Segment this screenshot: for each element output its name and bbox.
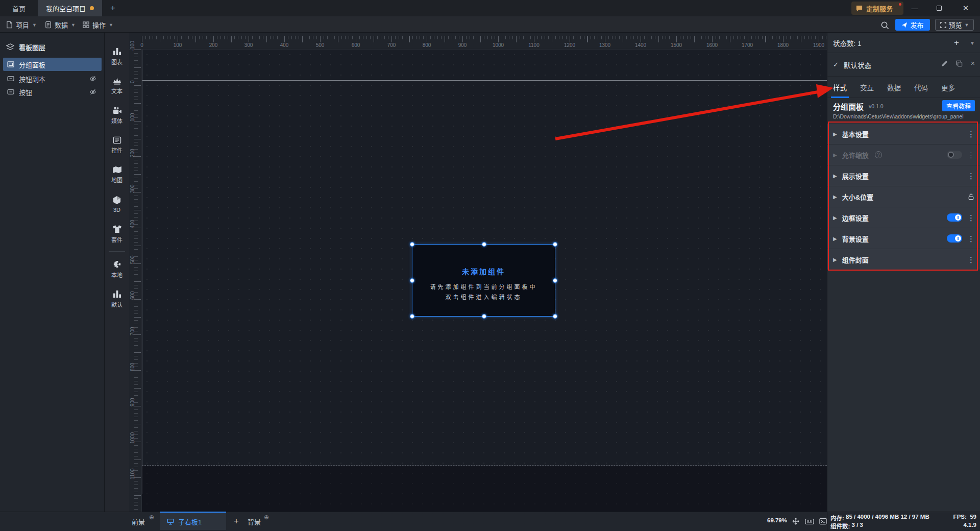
- nav-item-3d[interactable]: 3D: [105, 192, 129, 216]
- menu-project[interactable]: 项目▼: [6, 16, 37, 33]
- ruler-label: 700: [130, 324, 136, 339]
- delete-state-icon[interactable]: ×: [971, 59, 975, 67]
- widget-version: v0.1.0: [869, 103, 884, 109]
- tab-style[interactable]: 样式: [833, 77, 847, 98]
- subboard-tab[interactable]: 子看板1: [160, 512, 226, 530]
- section-widget-cover[interactable]: ▶ 组件封面 ⋮: [827, 249, 980, 270]
- section-border-settings[interactable]: ▶ 边框设置 ⋮: [827, 207, 980, 228]
- resize-handle-se[interactable]: [553, 314, 557, 319]
- caret-right-icon: ▶: [833, 173, 837, 179]
- terminal-icon[interactable]: [818, 516, 828, 526]
- kebab-menu-icon[interactable]: ⋮: [967, 235, 975, 243]
- close-button[interactable]: ✕: [955, 0, 976, 16]
- preview-button[interactable]: 预览 ▼: [935, 19, 974, 31]
- nav-item-charts[interactable]: 图表: [105, 44, 129, 68]
- help-icon[interactable]: ?: [875, 151, 882, 158]
- caret-right-icon: ▶: [833, 152, 837, 158]
- map-icon: [112, 166, 122, 174]
- section-background-settings[interactable]: ▶ 背景设置 ⋮: [827, 228, 980, 249]
- menu-actions[interactable]: 操作▼: [83, 16, 113, 33]
- menu-project-label: 项目: [16, 20, 29, 30]
- custom-service-badge[interactable]: 定制服务: [851, 2, 903, 15]
- tab-interaction[interactable]: 交互: [860, 77, 874, 98]
- add-board-button[interactable]: +: [230, 515, 242, 527]
- resize-handle-e[interactable]: [553, 278, 557, 283]
- resize-handle-nw[interactable]: [410, 242, 414, 247]
- nav-label: 文本: [111, 87, 122, 95]
- foreground-label[interactable]: 前景: [132, 517, 145, 526]
- nav-item-controls[interactable]: 控件: [105, 133, 129, 157]
- canvas-viewport[interactable]: 0 100 200 300 400 500 600 700 800 900 10…: [129, 33, 827, 512]
- ruler-label: 600: [349, 42, 363, 48]
- section-title: 背景设置: [842, 234, 869, 244]
- section-allow-zoom[interactable]: ▶ 允许缩放 ? ⋮: [827, 144, 980, 165]
- ruler-label: 1700: [740, 42, 754, 48]
- background-label[interactable]: 背景: [248, 517, 261, 526]
- view-tutorial-button[interactable]: 查看教程: [942, 100, 975, 111]
- allow-zoom-toggle[interactable]: [947, 151, 962, 159]
- resize-handle-n[interactable]: [482, 242, 486, 247]
- board-icon: [167, 518, 174, 525]
- keyboard-icon[interactable]: [804, 516, 815, 526]
- fit-screen-icon[interactable]: [791, 516, 801, 526]
- nav-item-media[interactable]: 媒体: [105, 103, 129, 128]
- resize-handle-ne[interactable]: [553, 242, 557, 247]
- button-widget-icon: [7, 89, 14, 95]
- widget-name: 分组面板: [833, 101, 864, 112]
- add-state-button[interactable]: +: [951, 38, 962, 48]
- eye-off-icon[interactable]: [89, 75, 96, 82]
- section-display-settings[interactable]: ▶ 展示设置 ⋮: [827, 165, 980, 186]
- tab-data[interactable]: 数据: [887, 77, 901, 98]
- layer-item-group-panel[interactable]: 分组面板: [3, 58, 102, 71]
- kebab-menu-icon[interactable]: ⋮: [967, 130, 975, 138]
- search-icon[interactable]: [879, 19, 890, 31]
- layer-item-button[interactable]: 按钮: [3, 85, 102, 99]
- add-background-icon[interactable]: ⊕: [264, 514, 269, 521]
- bar-chart-icon: [112, 47, 122, 56]
- resize-handle-w[interactable]: [410, 278, 414, 283]
- nav-item-kits[interactable]: 套件: [105, 222, 129, 246]
- tab-home[interactable]: 首页: [0, 0, 38, 16]
- caret-right-icon: ▶: [833, 236, 837, 242]
- resize-handle-s[interactable]: [482, 314, 486, 319]
- edit-state-icon[interactable]: [941, 60, 948, 67]
- ruler-label: 500: [313, 42, 327, 48]
- layers-panel: [0, 33, 105, 512]
- cube-3d-icon: [113, 196, 121, 205]
- border-toggle[interactable]: [947, 213, 962, 222]
- resize-handle-sw[interactable]: [410, 314, 414, 319]
- section-basic-settings[interactable]: ▶ 基本设置 ⋮: [827, 124, 980, 144]
- kebab-menu-icon[interactable]: ⋮: [967, 214, 975, 222]
- kebab-menu-icon[interactable]: ⋮: [967, 172, 975, 180]
- group-panel-icon: [7, 61, 14, 67]
- caret-right-icon: ▶: [833, 194, 837, 200]
- kebab-menu-icon[interactable]: ⋮: [967, 256, 975, 263]
- publish-button[interactable]: 发布: [895, 19, 930, 31]
- new-tab-button[interactable]: +: [105, 0, 120, 16]
- ruler-label: 700: [384, 42, 399, 48]
- background-toggle[interactable]: [947, 234, 962, 243]
- minimize-button[interactable]: —: [904, 0, 925, 16]
- layer-item-label: 按钮副本: [19, 74, 45, 84]
- tab-project[interactable]: 我的空白项目: [38, 0, 102, 16]
- kebab-menu-icon[interactable]: ⋮: [967, 151, 975, 159]
- copy-state-icon[interactable]: [956, 60, 963, 67]
- tab-code[interactable]: 代码: [914, 77, 928, 98]
- menu-data[interactable]: 数据▼: [45, 16, 76, 33]
- eye-off-icon[interactable]: [89, 88, 96, 95]
- section-size-position[interactable]: ▶ 大小&位置: [827, 186, 980, 207]
- menu-data-label: 数据: [55, 20, 68, 30]
- nav-label: 控件: [111, 146, 122, 154]
- layer-item-button-copy[interactable]: 按钮副本: [3, 72, 102, 85]
- nav-item-default[interactable]: 默认: [105, 286, 129, 311]
- maximize-button[interactable]: [929, 0, 949, 16]
- add-foreground-icon[interactable]: ⊕: [149, 514, 154, 521]
- tab-more[interactable]: 更多: [941, 77, 955, 98]
- lock-icon[interactable]: [967, 193, 975, 201]
- nav-item-local[interactable]: 本地: [105, 257, 129, 281]
- chevron-down-icon[interactable]: ▼: [970, 40, 975, 46]
- selected-group-panel-widget[interactable]: 未添加组件 请先添加组件到当前分组面板中 双击组件进入编辑状态: [412, 244, 555, 317]
- ruler-ticks: [142, 36, 827, 42]
- nav-item-text[interactable]: 文本: [105, 74, 129, 98]
- nav-item-map[interactable]: 地图: [105, 162, 129, 187]
